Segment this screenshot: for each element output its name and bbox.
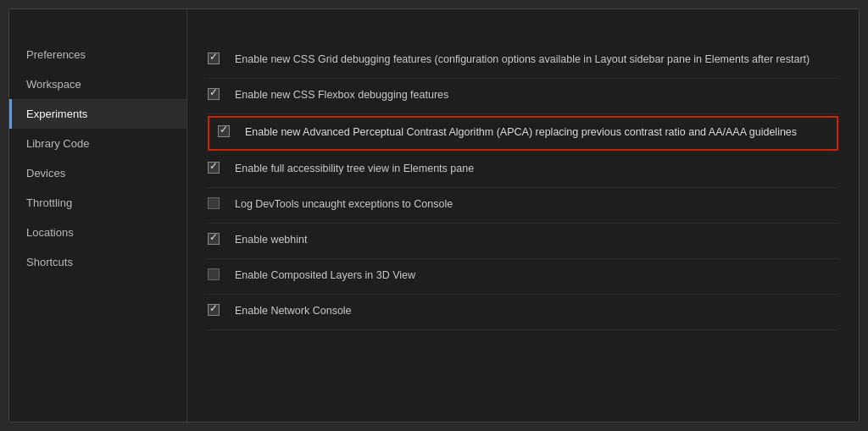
sidebar-item-locations[interactable]: Locations — [9, 218, 186, 247]
checkbox-wrapper — [208, 88, 225, 105]
settings-dialog: Preferences Workspace Experiments Librar… — [8, 8, 860, 423]
experiment-item-css-flexbox: Enable new CSS Flexbox debugging feature… — [208, 79, 838, 114]
sidebar-title — [9, 9, 186, 40]
experiment-item-accessibility-tree: Enable full accessibility tree view in E… — [208, 152, 838, 188]
sidebar-item-devices[interactable]: Devices — [9, 158, 186, 188]
experiment-checkbox-log-exceptions[interactable] — [208, 197, 220, 209]
sidebar-item-library-code[interactable]: Library Code — [9, 129, 186, 158]
experiment-checkbox-css-grid[interactable] — [208, 52, 220, 64]
experiment-item-composited-layers: Enable Composited Layers in 3D View — [208, 259, 838, 295]
sidebar-nav: Preferences Workspace Experiments Librar… — [9, 40, 186, 422]
experiment-label-network-console: Enable Network Console — [235, 303, 838, 319]
experiment-list: Enable new CSS Grid debugging features (… — [208, 43, 838, 330]
experiment-label-apca: Enable new Advanced Perceptual Contrast … — [245, 124, 828, 141]
experiment-checkbox-accessibility-tree[interactable] — [208, 162, 220, 174]
sidebar-item-throttling[interactable]: Throttling — [9, 188, 186, 218]
experiment-label-composited-layers: Enable Composited Layers in 3D View — [235, 268, 838, 284]
experiment-item-webhint: Enable webhint — [208, 224, 838, 259]
experiment-label-log-exceptions: Log DevTools uncaught exceptions to Cons… — [235, 196, 838, 213]
checkbox-wrapper — [208, 52, 225, 69]
sidebar: Preferences Workspace Experiments Librar… — [9, 9, 187, 422]
sidebar-item-workspace[interactable]: Workspace — [9, 69, 186, 99]
experiment-item-network-console: Enable Network Console — [208, 295, 838, 330]
experiment-item-log-exceptions: Log DevTools uncaught exceptions to Cons… — [208, 188, 838, 224]
experiment-checkbox-network-console[interactable] — [208, 304, 220, 316]
dialog-body: Preferences Workspace Experiments Librar… — [9, 9, 859, 422]
experiment-checkbox-apca[interactable] — [218, 125, 230, 137]
sidebar-item-preferences[interactable]: Preferences — [9, 40, 186, 69]
experiment-checkbox-webhint[interactable] — [208, 233, 220, 245]
experiment-checkbox-composited-layers[interactable] — [208, 268, 220, 280]
sidebar-item-experiments[interactable]: Experiments — [9, 99, 186, 129]
experiment-item-apca: Enable new Advanced Perceptual Contrast … — [208, 116, 838, 151]
experiment-item-css-grid: Enable new CSS Grid debugging features (… — [208, 43, 838, 79]
main-content: Enable new CSS Grid debugging features (… — [187, 9, 859, 422]
experiment-label-accessibility-tree: Enable full accessibility tree view in E… — [235, 161, 838, 177]
experiment-label-webhint: Enable webhint — [235, 232, 838, 248]
checkbox-wrapper — [208, 162, 225, 179]
experiment-checkbox-css-flexbox[interactable] — [208, 88, 220, 100]
checkbox-wrapper — [208, 304, 225, 321]
checkbox-wrapper — [208, 197, 225, 214]
experiment-label-css-grid: Enable new CSS Grid debugging features (… — [235, 52, 838, 68]
checkbox-wrapper — [208, 268, 225, 285]
experiment-label-css-flexbox: Enable new CSS Flexbox debugging feature… — [235, 87, 838, 103]
checkbox-wrapper — [218, 125, 235, 142]
sidebar-item-shortcuts[interactable]: Shortcuts — [9, 247, 186, 277]
checkbox-wrapper — [208, 233, 225, 250]
